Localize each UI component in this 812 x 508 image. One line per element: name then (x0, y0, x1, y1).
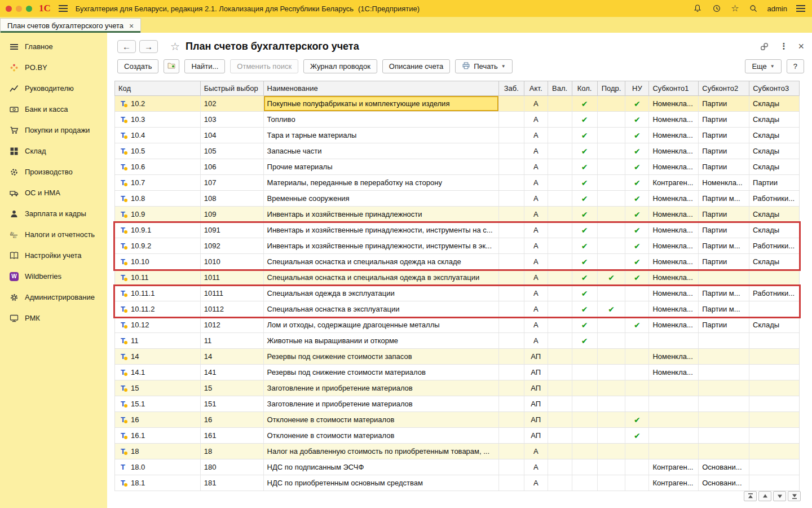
account-code-cell[interactable]: Т10.7 (115, 175, 201, 190)
account-name-cell[interactable]: Покупные полуфабрикаты и комплектующие и… (264, 96, 499, 111)
account-code-cell[interactable]: Т10.8 (115, 191, 201, 206)
account-code-cell[interactable]: Т15.1 (115, 396, 201, 411)
account-code-cell[interactable]: Т10.9.1 (115, 222, 201, 238)
column-header[interactable]: Субконто2 (699, 81, 749, 95)
sidebar-item-taxes-reports[interactable]: ДтКтНалоги и отчетность (0, 224, 107, 245)
table-row[interactable]: Т18.1181НДС по приобретенным основным ср… (115, 475, 799, 491)
favorites-star-icon[interactable]: ☆ (731, 4, 739, 13)
account-code-cell[interactable]: Т18.0 (115, 459, 201, 475)
table-row[interactable]: Т1414Резервы под снижение стоимости запа… (115, 349, 799, 365)
account-name-cell[interactable]: Заготовление и приобретение материалов (264, 380, 499, 396)
account-name-cell[interactable]: Специальная оснастка в эксплуатации (264, 301, 499, 317)
account-code-cell[interactable]: Т10.4 (115, 128, 201, 143)
sidebar-item-accounting-settings[interactable]: Настройки учета (0, 245, 107, 266)
user-menu[interactable]: admin (767, 5, 787, 13)
account-name-cell[interactable]: Отклонение в стоимости материалов (264, 412, 499, 427)
table-row[interactable]: Т10.4104Тара и тарные материалыА✔✔Номенк… (115, 128, 799, 143)
more-actions-icon[interactable]: ⋮ (779, 41, 788, 51)
account-name-cell[interactable]: НДС по подписанным ЭСЧФ (264, 459, 499, 475)
table-row[interactable]: Т10.121012Лом и отходы, содержащие драго… (115, 317, 799, 333)
column-header[interactable]: НУ (625, 81, 649, 95)
find-button[interactable]: Найти... (184, 59, 225, 73)
account-name-cell[interactable]: Временные сооружения (264, 191, 499, 206)
table-row[interactable]: Т15.1151Заготовление и приобретение мате… (115, 396, 799, 412)
account-name-cell[interactable]: Лом и отходы, содержащие драгоценные мет… (264, 317, 499, 332)
create-button[interactable]: Создать (117, 59, 158, 73)
sidebar-item-main[interactable]: Главное (0, 36, 107, 57)
column-header[interactable]: Кол. (572, 81, 598, 95)
account-code-cell[interactable]: Т10.6 (115, 159, 201, 174)
account-name-cell[interactable]: Прочие материалы (264, 159, 499, 174)
table-row[interactable]: Т10.2102Покупные полуфабрикаты и комплек… (115, 96, 799, 112)
account-code-cell[interactable]: Т16 (115, 412, 201, 427)
table-row[interactable]: Т10.11.210112Специальная оснастка в эксп… (115, 301, 799, 317)
table-row[interactable]: Т10.9109Инвентарь и хозяйственные принад… (115, 207, 799, 222)
account-name-cell[interactable]: НДС по приобретенным основным средствам (264, 475, 499, 491)
back-button[interactable]: ← (117, 40, 136, 53)
account-name-cell[interactable]: Инвентарь и хозяйственные принадлежности (264, 207, 499, 222)
account-name-cell[interactable]: Запасные части (264, 143, 499, 159)
table-row[interactable]: Т14.1141Резервы под снижение стоимости м… (115, 365, 799, 380)
account-code-cell[interactable]: Т10.5 (115, 143, 201, 159)
account-code-cell[interactable]: Т10.3 (115, 112, 201, 127)
journal-button[interactable]: Журнал проводок (303, 59, 377, 73)
column-header[interactable]: Наименование (264, 81, 499, 95)
account-name-cell[interactable]: Налог на добавленную стоимость по приобр… (264, 444, 499, 459)
scroll-down-button[interactable] (773, 491, 786, 501)
account-name-cell[interactable]: Материалы, переданные в переработку на с… (264, 175, 499, 190)
scroll-up-button[interactable] (758, 491, 771, 501)
account-code-cell[interactable]: Т16.1 (115, 428, 201, 443)
notifications-bell-icon[interactable] (692, 3, 703, 14)
account-name-cell[interactable]: Специальная оснастка и специальная одежд… (264, 270, 499, 285)
account-code-cell[interactable]: Т10.11 (115, 270, 201, 285)
account-code-cell[interactable]: Т10.9.2 (115, 238, 201, 253)
account-name-cell[interactable]: Инвентарь и хозяйственные принадлежности… (264, 238, 499, 253)
account-name-cell[interactable]: Животные на выращивании и откорме (264, 333, 499, 348)
sidebar-item-purchases-sales[interactable]: Покупки и продажи (0, 120, 107, 141)
account-code-cell[interactable]: Т18 (115, 444, 201, 459)
table-row[interactable]: Т1616Отклонение в стоимости материаловАП… (115, 412, 799, 428)
print-button[interactable]: Печать ▼ (455, 59, 513, 73)
account-code-cell[interactable]: Т18.1 (115, 475, 201, 491)
account-code-cell[interactable]: Т10.11.2 (115, 301, 201, 317)
scroll-to-top-button[interactable] (744, 491, 757, 501)
account-code-cell[interactable]: Т14 (115, 349, 201, 364)
account-code-cell[interactable]: Т10.2 (115, 96, 201, 111)
table-row[interactable]: Т10.111011Специальная оснастка и специал… (115, 270, 799, 286)
column-header[interactable]: Субконто3 (749, 81, 799, 95)
column-header[interactable]: Заб. (499, 81, 524, 95)
close-page-icon[interactable]: × (798, 41, 804, 52)
account-code-cell[interactable]: Т10.11.1 (115, 286, 201, 301)
main-menu-icon[interactable] (59, 5, 68, 12)
table-row[interactable]: Т16.1161Отклонение в стоимости материало… (115, 428, 799, 444)
minimize-window-button[interactable] (16, 6, 22, 12)
close-window-button[interactable] (6, 6, 12, 12)
sidebar-item-fixed-assets[interactable]: ОС и НМА (0, 182, 107, 203)
table-row[interactable]: Т10.9.21092Инвентарь и хозяйственные при… (115, 238, 799, 254)
account-code-cell[interactable]: Т10.12 (115, 317, 201, 332)
account-name-cell[interactable]: Топливо (264, 112, 499, 127)
sidebar-item-po-by[interactable]: PO.BY (0, 57, 107, 78)
sidebar-item-salary-hr[interactable]: Зарплата и кадры (0, 203, 107, 224)
table-row[interactable]: Т18.0180НДС по подписанным ЭСЧФАКонтраге… (115, 459, 799, 475)
scroll-to-bottom-button[interactable] (788, 491, 801, 501)
table-row[interactable]: Т1515Заготовление и приобретение материа… (115, 380, 799, 396)
column-header[interactable]: Подр. (598, 81, 626, 95)
table-row[interactable]: Т1818Налог на добавленную стоимость по п… (115, 444, 799, 459)
sidebar-item-manager[interactable]: Руководителю (0, 78, 107, 99)
link-icon[interactable] (760, 42, 769, 51)
account-name-cell[interactable]: Резервы под снижение стоимости запасов (264, 349, 499, 364)
sidebar-item-administration[interactable]: Администрирование (0, 287, 107, 308)
account-code-cell[interactable]: Т10.9 (115, 207, 201, 222)
account-code-cell[interactable]: Т11 (115, 333, 201, 348)
tab-close-icon[interactable]: × (128, 21, 135, 30)
account-description-button[interactable]: Описание счета (382, 59, 450, 73)
sidebar-item-rmk[interactable]: РМК (0, 308, 107, 329)
column-header[interactable]: Быстрый выбор (201, 81, 264, 95)
table-row[interactable]: Т10.6106Прочие материалыА✔✔Номенкла...Па… (115, 159, 799, 175)
help-button[interactable]: ? (787, 59, 804, 73)
column-header[interactable]: Акт. (524, 81, 548, 95)
sidebar-item-warehouse[interactable]: Склад (0, 141, 107, 161)
account-name-cell[interactable]: Заготовление и приобретение материалов (264, 396, 499, 411)
table-row[interactable]: Т10.101010Специальная оснастка и специал… (115, 254, 799, 270)
